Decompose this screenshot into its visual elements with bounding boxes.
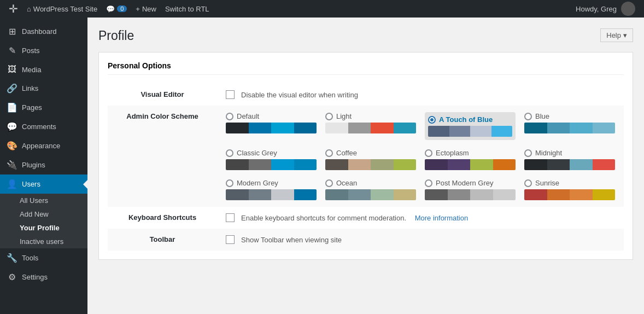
swatch — [547, 123, 570, 133]
color-scheme-radio-label[interactable]: Ectoplasm — [425, 149, 516, 157]
keyboard-shortcuts-cell: Enable keyboard shortcuts for comment mo… — [217, 207, 624, 229]
swatch — [493, 189, 516, 200]
more-info-link[interactable]: More information — [415, 214, 469, 222]
radio-circle[interactable] — [428, 116, 436, 124]
sidebar-item-links[interactable]: 🔗 Links — [0, 79, 87, 98]
radio-circle[interactable] — [425, 149, 432, 157]
color-swatches — [325, 123, 416, 133]
sidebar-item-media[interactable]: 🖼 Media — [0, 60, 87, 79]
sidebar-item-comments[interactable]: 💬 Comments — [0, 117, 87, 136]
wp-logo-icon[interactable]: ✛ — [4, 2, 22, 15]
color-scheme-item[interactable]: Midnight — [524, 149, 615, 170]
radio-circle[interactable] — [226, 149, 233, 157]
color-scheme-radio-label[interactable]: Default — [226, 112, 317, 120]
swatch — [294, 159, 317, 170]
sidebar-item-appearance[interactable]: 🎨 Appearance — [0, 136, 87, 155]
sidebar-item-plugins[interactable]: 🔌 Plugins — [0, 155, 87, 175]
color-swatches — [428, 126, 512, 137]
sidebar-item-dashboard[interactable]: ⊞ Dashboard — [0, 22, 87, 41]
toolbar-checkbox[interactable] — [226, 235, 235, 244]
sidebar-item-tools[interactable]: 🔧 Tools — [0, 248, 87, 268]
swatch — [325, 189, 348, 200]
color-scheme-radio-label[interactable]: Ocean — [325, 179, 416, 187]
color-scheme-item[interactable]: Coffee — [325, 149, 416, 170]
radio-circle[interactable] — [524, 113, 532, 120]
submenu-all-users[interactable]: All Users — [0, 194, 87, 207]
submenu-add-new[interactable]: Add New — [0, 207, 87, 221]
help-button[interactable]: Help ▾ — [600, 28, 633, 42]
color-scheme-item[interactable]: Sunrise — [524, 179, 615, 200]
color-scheme-name: Midnight — [535, 149, 562, 157]
color-scheme-name: Sunrise — [535, 179, 559, 187]
swatch — [294, 189, 317, 200]
color-scheme-row: Admin Color Scheme DefaultLightA Touch o… — [108, 106, 624, 207]
radio-circle[interactable] — [425, 179, 432, 187]
swatch — [394, 189, 417, 200]
comment-icon: 💬 — [106, 5, 115, 13]
howdy-menu[interactable]: Howdy, Greg — [571, 0, 640, 18]
pages-icon: 📄 — [7, 102, 17, 113]
color-scheme-grid: DefaultLightA Touch of BlueBlueClassic G… — [226, 112, 615, 200]
sidebar-item-posts[interactable]: ✎ Posts — [0, 41, 87, 60]
color-scheme-radio-label[interactable]: Sunrise — [524, 179, 615, 187]
color-scheme-item[interactable]: Light — [325, 112, 416, 140]
radio-circle[interactable] — [524, 149, 532, 157]
color-scheme-radio-label[interactable]: Blue — [524, 112, 615, 120]
radio-circle[interactable] — [325, 179, 333, 187]
visual-editor-checkbox[interactable] — [226, 90, 235, 99]
swatch — [428, 126, 449, 137]
radio-circle[interactable] — [226, 113, 233, 120]
sidebar-item-settings[interactable]: ⚙ Settings — [0, 268, 87, 287]
switch-rtl-link[interactable]: Switch to RTL — [161, 0, 214, 18]
swatch — [593, 123, 616, 133]
swatch — [570, 189, 593, 200]
color-scheme-label: Admin Color Scheme — [108, 106, 217, 207]
color-scheme-name: A Touch of Blue — [439, 115, 493, 124]
sidebar-item-pages[interactable]: 📄 Pages — [0, 98, 87, 117]
swatch — [470, 126, 491, 137]
color-swatches — [524, 189, 615, 200]
keyboard-shortcuts-checkbox[interactable] — [226, 213, 235, 222]
color-scheme-item[interactable]: A Touch of Blue — [425, 112, 516, 140]
color-scheme-item[interactable]: Default — [226, 112, 317, 140]
swatch — [493, 159, 516, 170]
swatch — [348, 159, 371, 170]
color-scheme-radio-label[interactable]: Midnight — [524, 149, 615, 157]
color-scheme-item[interactable]: Blue — [524, 112, 615, 140]
color-scheme-cell: DefaultLightA Touch of BlueBlueClassic G… — [217, 106, 624, 207]
radio-circle[interactable] — [524, 179, 532, 187]
color-scheme-item[interactable]: Classic Grey — [226, 149, 317, 170]
color-scheme-item[interactable]: Modern Grey — [226, 179, 317, 200]
site-name-link[interactable]: ⌂ WordPress Test Site — [22, 0, 102, 18]
color-scheme-radio-label[interactable]: Post Modern Grey — [425, 179, 516, 187]
color-scheme-item[interactable]: Ocean — [325, 179, 416, 200]
submenu-your-profile[interactable]: Your Profile — [0, 221, 87, 235]
swatch — [394, 159, 417, 170]
color-scheme-radio-label[interactable]: Classic Grey — [226, 149, 317, 157]
color-scheme-radio-label[interactable]: Light — [325, 112, 416, 120]
visual-editor-checkbox-label[interactable]: Disable the visual editor when writing — [226, 90, 615, 99]
submenu-inactive-users[interactable]: Inactive users — [0, 235, 87, 248]
color-scheme-radio-label[interactable]: Modern Grey — [226, 179, 317, 187]
swatch — [448, 189, 471, 200]
color-scheme-item[interactable]: Ectoplasm — [425, 149, 516, 170]
toolbar-checkbox-label[interactable]: Show Toolbar when viewing site — [226, 235, 615, 244]
radio-circle[interactable] — [226, 179, 233, 187]
admin-bar-right: Howdy, Greg — [571, 0, 640, 18]
radio-circle[interactable] — [325, 113, 333, 120]
comments-link[interactable]: 💬 0 — [102, 0, 131, 18]
color-scheme-radio-label[interactable]: A Touch of Blue — [428, 115, 512, 124]
swatch — [348, 189, 371, 200]
comments-sidebar-icon: 💬 — [7, 121, 17, 132]
form-table: Visual Editor Disable the visual editor … — [108, 84, 624, 251]
color-scheme-name: Light — [336, 112, 352, 120]
color-scheme-radio-label[interactable]: Coffee — [325, 149, 416, 157]
sidebar-item-users[interactable]: 👤 Users — [0, 175, 87, 194]
new-content-link[interactable]: + New — [131, 0, 161, 18]
keyboard-shortcuts-checkbox-label[interactable]: Enable keyboard shortcuts for comment mo… — [226, 213, 615, 222]
dashboard-icon: ⊞ — [7, 26, 17, 37]
color-scheme-item[interactable]: Post Modern Grey — [425, 179, 516, 200]
radio-circle[interactable] — [325, 149, 333, 157]
color-scheme-name: Classic Grey — [237, 149, 277, 157]
wp-wrapper: ⊞ Dashboard ✎ Posts 🖼 Media 🔗 Links 📄 Pa… — [0, 18, 644, 314]
